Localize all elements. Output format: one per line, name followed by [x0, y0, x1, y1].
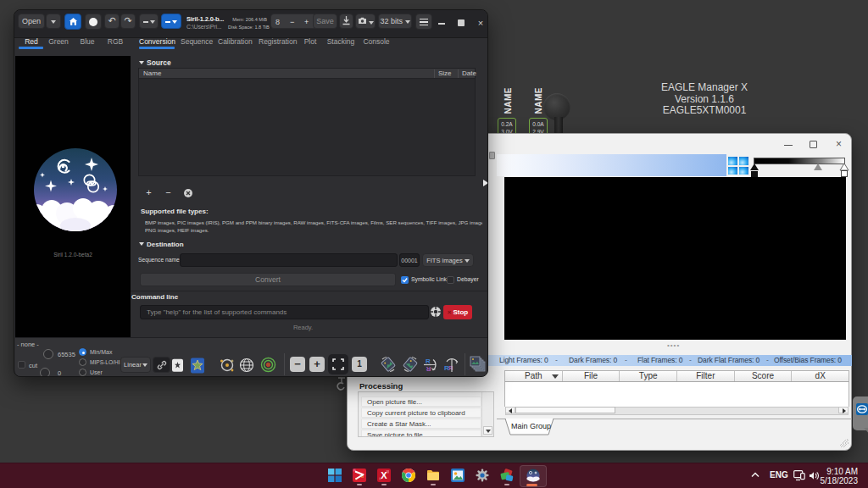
tab-red[interactable]: Red — [19, 36, 43, 47]
image-preview[interactable] — [504, 177, 846, 340]
fit-to-window-button[interactable] — [328, 354, 348, 374]
close-button[interactable]: × — [474, 16, 487, 30]
taskbar-app-photos[interactable] — [451, 469, 465, 482]
image-display-area[interactable]: Siril 1.2.0-beta2 — [15, 56, 131, 337]
flip-horizontal-button[interactable]: R R — [423, 356, 440, 376]
sequence-name-input[interactable] — [180, 253, 398, 267]
start-button[interactable] — [328, 469, 342, 482]
taskbar-app-siril[interactable] — [526, 469, 540, 482]
tab-stacking[interactable]: Stacking — [326, 36, 355, 47]
tab-conversion[interactable]: Conversion — [139, 36, 175, 47]
save-button[interactable]: Save — [313, 14, 337, 29]
tab-blue[interactable]: Blue — [75, 36, 99, 47]
taskbar-app-scripts[interactable] — [353, 469, 366, 482]
file-table-header[interactable]: Path File Type Filter Score dX — [504, 370, 849, 382]
list-item-star-mask[interactable]: Create a Star Mask... — [361, 419, 481, 429]
save-as-button[interactable] — [339, 14, 353, 29]
symbolic-link-checkbox[interactable] — [401, 276, 409, 284]
taskbar-clock[interactable]: 9:10 AM 5/18/2023 — [788, 467, 858, 485]
list-item-open-picture[interactable]: Open picture file... — [361, 396, 481, 407]
close-button[interactable]: × — [829, 136, 853, 153]
radio-minmax[interactable] — [79, 348, 86, 356]
zoom-in-button[interactable]: + — [309, 357, 325, 372]
annotations-button[interactable] — [260, 357, 276, 376]
home-button[interactable] — [64, 14, 81, 30]
resize-grip[interactable] — [840, 439, 849, 447]
list-item-copy-picture[interactable]: Copy current picture to clipboard — [361, 408, 481, 418]
radio-user[interactable] — [79, 369, 86, 376]
open-dropdown-button[interactable] — [46, 14, 61, 29]
taskbar-app-x[interactable]: X — [377, 469, 391, 482]
scroll-down-button[interactable] — [483, 426, 492, 435]
tab-green[interactable]: Green — [47, 36, 70, 47]
file-table-body[interactable] — [504, 382, 849, 407]
radio-mips[interactable] — [79, 358, 86, 366]
cut-checkbox[interactable] — [18, 361, 25, 369]
menu-button[interactable] — [415, 14, 432, 30]
negative-view-button[interactable] — [171, 358, 185, 376]
scroll-left-button[interactable] — [505, 407, 515, 413]
scrollbar-thumb[interactable] — [515, 407, 615, 413]
scale-mode-dropdown[interactable]: Linear — [120, 357, 151, 373]
redo-button[interactable]: ↷ — [120, 14, 136, 29]
sequence-list-button[interactable] — [469, 355, 487, 376]
rotate-left-button[interactable] — [380, 356, 397, 376]
source-file-list[interactable]: Name Size Date — [138, 68, 476, 176]
record-button[interactable] — [85, 14, 102, 30]
taskbar-app-explorer[interactable] — [426, 469, 440, 482]
column-name[interactable]: Name — [143, 69, 161, 79]
panel-expander-arrow[interactable] — [483, 180, 488, 186]
remove-files-button[interactable]: − — [161, 186, 175, 199]
taskbar-app-settings[interactable] — [476, 469, 489, 482]
tray-expand-chevron[interactable] — [751, 472, 760, 478]
scroll-right-button[interactable] — [838, 407, 849, 413]
column-file[interactable]: File — [563, 371, 620, 381]
hi-spin[interactable] — [43, 349, 53, 359]
add-files-button[interactable]: + — [142, 186, 156, 199]
clear-list-button[interactable] — [181, 186, 195, 199]
swap-tool-button[interactable] — [139, 14, 159, 29]
taskbar-app-eagle[interactable] — [500, 469, 514, 482]
tab-sequence[interactable]: Sequence — [181, 36, 211, 47]
column-type[interactable]: Type — [620, 371, 677, 381]
column-size[interactable]: Size — [438, 69, 452, 79]
column-date[interactable]: Date — [462, 69, 476, 79]
flip-vertical-button[interactable]: R R — [443, 356, 460, 376]
bit-depth-dropdown[interactable]: 32 bits — [378, 14, 412, 29]
column-score[interactable]: Score — [735, 371, 793, 381]
list-item-save-picture[interactable]: Save picture to file... — [361, 430, 481, 437]
tab-plot[interactable]: Plot — [301, 36, 320, 47]
zoom-spinner[interactable]: 8 − + — [270, 14, 316, 29]
quick-photometry-button[interactable] — [219, 357, 236, 377]
screen-transfer-icon[interactable] — [728, 157, 749, 175]
counter-field[interactable]: 00001 — [399, 253, 420, 267]
channel-link-button[interactable] — [153, 357, 170, 373]
language-indicator[interactable]: ENG — [770, 470, 788, 480]
tab-calibration[interactable]: Calibration — [218, 36, 252, 47]
rotate-right-button[interactable] — [402, 356, 419, 376]
teamviewer-bubble[interactable] — [853, 396, 868, 430]
tab-main-group[interactable]: Main Group — [504, 419, 555, 435]
photometry-star-button[interactable] — [190, 358, 205, 377]
zoom-out-button[interactable]: − — [290, 357, 305, 372]
minimize-button[interactable] — [776, 136, 800, 153]
levels-slider-bar[interactable] — [754, 158, 845, 164]
horizontal-scrollbar[interactable] — [505, 407, 849, 415]
command-input[interactable]: Type "help" for the list of supported co… — [140, 305, 429, 319]
column-dx[interactable]: dX — [792, 371, 849, 381]
format-dropdown[interactable]: FITS images — [422, 253, 474, 267]
mid-point-marker[interactable] — [814, 164, 822, 170]
convert-button[interactable]: Convert — [140, 273, 396, 286]
maximize-button[interactable] — [802, 136, 826, 153]
black-point-marker[interactable] — [750, 164, 759, 170]
processing-scrollbar[interactable] — [481, 392, 492, 436]
white-point-handle[interactable] — [841, 170, 848, 177]
histogram-gradient-bar[interactable] — [497, 154, 726, 176]
taskbar-app-chrome[interactable] — [402, 469, 415, 482]
astrometry-button[interactable] — [239, 358, 254, 376]
tab-console[interactable]: Console — [362, 36, 391, 47]
open-button[interactable]: Open — [18, 14, 45, 29]
maximize-button[interactable] — [454, 16, 468, 30]
snapshot-button[interactable] — [355, 14, 376, 29]
splitter-handle[interactable]: •••• — [667, 344, 681, 347]
